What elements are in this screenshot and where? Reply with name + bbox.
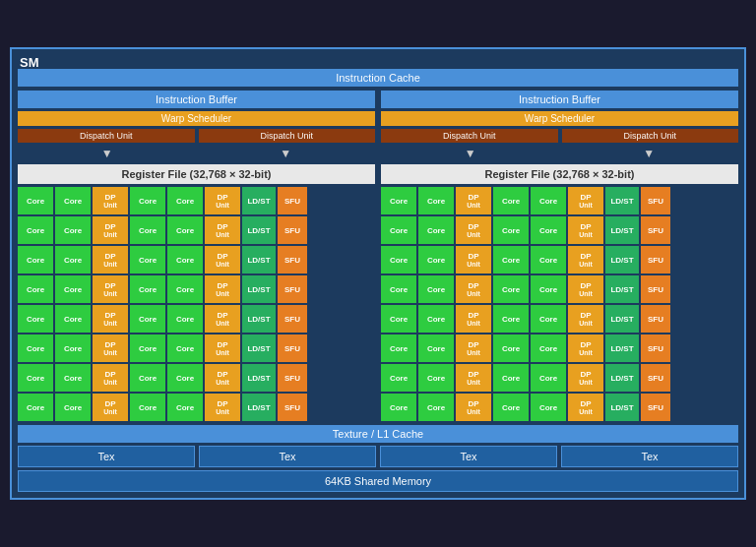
- dp-unit: DPUnit: [205, 364, 240, 392]
- core: Core: [55, 305, 91, 333]
- core: Core: [130, 216, 165, 244]
- core: Core: [55, 187, 91, 214]
- core: Core: [167, 187, 203, 214]
- left-dispatch-unit-2: Dispatch Unit: [199, 129, 376, 143]
- core: Core: [18, 216, 53, 244]
- left-warp-scheduler: Warp Scheduler: [18, 111, 375, 126]
- sfu: SFU: [641, 246, 670, 274]
- ldst: LD/ST: [242, 275, 276, 303]
- core: Core: [531, 216, 566, 244]
- core: Core: [493, 305, 529, 333]
- right-dispatch-row: Dispatch Unit Dispatch Unit: [381, 129, 738, 143]
- sfu: SFU: [278, 394, 307, 421]
- tex-row: Tex Tex Tex Tex: [18, 446, 738, 467]
- dp-unit: DPUnit: [568, 364, 603, 392]
- dp-unit: DPUnit: [205, 246, 240, 274]
- core: Core: [493, 187, 529, 214]
- right-warp-scheduler: Warp Scheduler: [381, 111, 738, 126]
- ldst: LD/ST: [605, 394, 639, 421]
- dp-unit: DPUnit: [205, 275, 240, 303]
- dp-unit: DPUnit: [93, 246, 128, 274]
- core: Core: [381, 246, 416, 274]
- right-row-1: Core Core DPUnit Core Core DPUnit LD/ST …: [381, 187, 738, 214]
- core: Core: [493, 334, 529, 362]
- ldst: LD/ST: [242, 334, 276, 362]
- core: Core: [18, 305, 53, 333]
- core: Core: [531, 305, 566, 333]
- core: Core: [418, 216, 454, 244]
- sm-label: SM: [20, 55, 39, 70]
- dp-unit: DPUnit: [568, 187, 603, 214]
- dp-unit: DPUnit: [205, 187, 240, 214]
- two-columns: Instruction Buffer Warp Scheduler Dispat…: [18, 91, 738, 421]
- core: Core: [493, 216, 529, 244]
- left-column: Instruction Buffer Warp Scheduler Dispat…: [18, 91, 375, 421]
- sfu: SFU: [278, 187, 307, 214]
- core: Core: [381, 305, 416, 333]
- core: Core: [18, 275, 53, 303]
- right-row-6: Core Core DPUnit Core Core DPUnit LD/ST …: [381, 334, 738, 362]
- core: Core: [167, 216, 203, 244]
- sfu: SFU: [278, 216, 307, 244]
- core: Core: [130, 187, 165, 214]
- core: Core: [381, 364, 416, 392]
- right-row-5: Core Core DPUnit Core Core DPUnit LD/ST …: [381, 305, 738, 333]
- right-row-8: Core Core DPUnit Core Core DPUnit LD/ST …: [381, 394, 738, 421]
- dp-unit: DPUnit: [93, 364, 128, 392]
- dp-unit: DPUnit: [568, 334, 603, 362]
- core: Core: [381, 394, 416, 421]
- ldst: LD/ST: [605, 187, 639, 214]
- tex-unit-3: Tex: [380, 446, 557, 467]
- dp-unit: DPUnit: [456, 364, 491, 392]
- left-row-7: Core Core DPUnit Core Core DPUnit LD/ST …: [18, 364, 375, 392]
- ldst: LD/ST: [242, 305, 276, 333]
- core: Core: [18, 364, 53, 392]
- left-dispatch-unit-1: Dispatch Unit: [18, 129, 195, 143]
- ldst: LD/ST: [605, 305, 639, 333]
- core: Core: [167, 246, 203, 274]
- dp-unit: DPUnit: [568, 305, 603, 333]
- left-row-1: Core Core DPUnit Core Core DPUnit LD/ST …: [18, 187, 375, 214]
- left-dispatch-row: Dispatch Unit Dispatch Unit: [18, 129, 375, 143]
- tex-unit-1: Tex: [18, 446, 195, 467]
- core: Core: [418, 394, 454, 421]
- ldst: LD/ST: [605, 275, 639, 303]
- core: Core: [55, 246, 91, 274]
- core: Core: [531, 187, 566, 214]
- right-cores-grid: Core Core DPUnit Core Core DPUnit LD/ST …: [381, 187, 738, 421]
- core: Core: [381, 216, 416, 244]
- core: Core: [493, 394, 529, 421]
- tex-unit-4: Tex: [561, 446, 738, 467]
- ldst: LD/ST: [242, 216, 276, 244]
- core: Core: [18, 394, 53, 421]
- core: Core: [55, 394, 91, 421]
- shared-memory: 64KB Shared Memory: [18, 470, 738, 492]
- left-row-4: Core Core DPUnit Core Core DPUnit LD/ST …: [18, 275, 375, 303]
- tex-unit-2: Tex: [199, 446, 376, 467]
- dp-unit: DPUnit: [93, 275, 128, 303]
- left-row-8: Core Core DPUnit Core Core DPUnit LD/ST …: [18, 394, 375, 421]
- dp-unit: DPUnit: [456, 275, 491, 303]
- core: Core: [55, 275, 91, 303]
- dp-unit: DPUnit: [205, 216, 240, 244]
- arrow-down-4: ▼: [643, 147, 655, 160]
- core: Core: [130, 364, 165, 392]
- core: Core: [418, 305, 454, 333]
- core: Core: [381, 187, 416, 214]
- left-row-3: Core Core DPUnit Core Core DPUnit LD/ST …: [18, 246, 375, 274]
- left-cores-grid: Core Core DPUnit Core Core DPUnit LD/ST …: [18, 187, 375, 421]
- core: Core: [493, 246, 529, 274]
- dp-unit: DPUnit: [205, 394, 240, 421]
- ldst: LD/ST: [605, 364, 639, 392]
- core: Core: [130, 305, 165, 333]
- right-arrow-row: ▼ ▼: [381, 147, 738, 160]
- ldst: LD/ST: [605, 246, 639, 274]
- ldst: LD/ST: [242, 364, 276, 392]
- dp-unit: DPUnit: [456, 246, 491, 274]
- left-row-2: Core Core DPUnit Core Core DPUnit LD/ST …: [18, 216, 375, 244]
- sfu: SFU: [641, 364, 670, 392]
- sfu: SFU: [278, 305, 307, 333]
- core: Core: [531, 246, 566, 274]
- left-register-file: Register File (32,768 × 32-bit): [18, 164, 375, 184]
- right-row-7: Core Core DPUnit Core Core DPUnit LD/ST …: [381, 364, 738, 392]
